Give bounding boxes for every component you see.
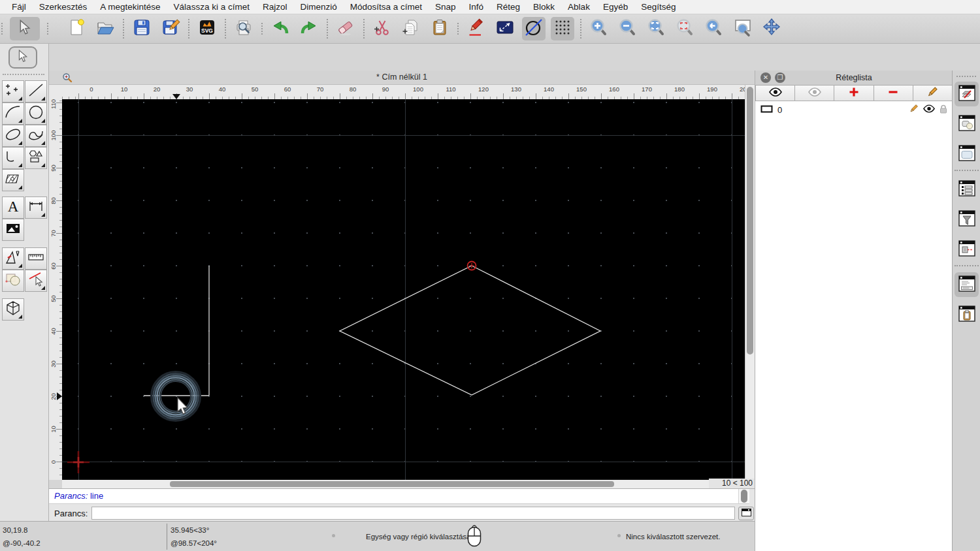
layer-edit-icon[interactable]	[909, 104, 919, 116]
menu-window[interactable]: Ablak	[561, 0, 596, 14]
canvas-vertical-scrollbar[interactable]	[745, 85, 755, 481]
menu-layer[interactable]: Réteg	[490, 0, 527, 14]
remove-layer-button[interactable]	[874, 85, 913, 101]
undo-button[interactable]	[269, 17, 292, 40]
delete-button[interactable]	[334, 17, 357, 40]
drawing-titlebar[interactable]: * Cím nélkül 1	[49, 71, 755, 85]
polyline-tool-button[interactable]	[2, 147, 24, 169]
canvas-horizontal-scrollbar[interactable]	[62, 480, 709, 488]
menu-info[interactable]: Infó	[463, 0, 491, 14]
measure-tool-button[interactable]	[25, 247, 47, 270]
eraser-icon	[336, 18, 355, 40]
new-button[interactable]	[65, 17, 88, 40]
zoom-window-button[interactable]	[731, 17, 755, 40]
dimension-tool-button[interactable]	[25, 197, 47, 219]
drawing-canvas[interactable]	[62, 99, 745, 480]
print-preview-icon	[234, 18, 253, 40]
snap-grid-button[interactable]	[551, 17, 574, 40]
line-tool-button[interactable]	[25, 80, 47, 102]
show-all-layers-button[interactable]	[755, 85, 794, 101]
redo-button[interactable]	[297, 17, 321, 40]
toggle-library-browser-button[interactable]	[955, 142, 979, 166]
select-arrow-button[interactable]	[10, 17, 40, 40]
layer-visibility-icon[interactable]	[923, 104, 935, 115]
snap-on-entity-button[interactable]	[522, 17, 546, 40]
points-tool-button[interactable]	[2, 80, 24, 102]
zoom-previous-button[interactable]	[674, 17, 697, 40]
layer-color-swatch[interactable]	[760, 105, 773, 115]
paste-button[interactable]	[428, 17, 451, 40]
menu-help[interactable]: Segítség	[634, 0, 682, 14]
hatch-tool-button[interactable]	[2, 169, 24, 191]
menu-select[interactable]: Válassza ki a címet	[167, 0, 256, 14]
menu-view[interactable]: A megtekintése	[93, 0, 167, 14]
command-input[interactable]	[91, 507, 735, 520]
edit-layer-button[interactable]	[913, 85, 953, 101]
hscroll-thumb[interactable]	[170, 481, 614, 487]
pan-button[interactable]	[760, 17, 783, 40]
palette-select-button[interactable]	[8, 46, 37, 69]
save-button[interactable]	[130, 17, 154, 40]
ruler-h-label: 130	[506, 86, 526, 93]
menu-misc[interactable]: Egyéb	[596, 0, 634, 14]
toggle-layer-list-button[interactable]	[955, 82, 979, 106]
zoom-in-icon	[589, 18, 609, 40]
block-tool-button[interactable]	[2, 298, 24, 321]
print-preview-button[interactable]	[232, 17, 255, 40]
zoom-back-button[interactable]	[702, 17, 726, 40]
polygon-tool-button[interactable]	[25, 147, 47, 169]
image-tool-button[interactable]	[2, 219, 24, 241]
right-mouse-hint: Nincs kiválasztott szervezet.	[626, 533, 720, 541]
toggle-entity-panel-button[interactable]	[955, 112, 979, 136]
select-arrow-icon	[18, 50, 28, 65]
restrict-ortho-button[interactable]	[493, 17, 517, 40]
menu-edit[interactable]: Szerkesztés	[33, 0, 94, 14]
minus-icon	[888, 87, 898, 100]
ellipse-tool-button[interactable]	[2, 125, 24, 147]
toggle-view-panel-button[interactable]	[955, 237, 979, 262]
layer-lock-icon[interactable]	[939, 104, 947, 116]
select-entities-tool-button[interactable]	[2, 270, 24, 292]
copy-icon	[401, 18, 421, 40]
zoom-in-button[interactable]	[587, 17, 611, 40]
layer-name: 0	[777, 105, 782, 115]
circle-tool-button[interactable]	[25, 102, 47, 125]
copy-button[interactable]	[399, 17, 423, 40]
toggle-filter-panel-button[interactable]	[955, 207, 979, 232]
text-tool-button[interactable]: A	[2, 197, 24, 219]
left-mouse-hint: Egység vagy régió kiválasztása	[366, 533, 470, 541]
menu-modify[interactable]: Módosítsa a címet	[344, 0, 429, 14]
ruler-v-label: 100	[49, 125, 57, 145]
toggle-clipboard-panel-button[interactable]	[955, 302, 979, 327]
toggle-block-list-button[interactable]	[955, 177, 979, 202]
vscroll-thumb[interactable]	[747, 87, 753, 354]
measure-icon	[27, 249, 44, 268]
menu-dimension[interactable]: Dimenzió	[293, 0, 343, 14]
svg-export-button[interactable]: SVG	[195, 17, 219, 40]
menu-draw[interactable]: Rajzol	[256, 0, 294, 14]
command-keyboard-toggle-button[interactable]	[738, 507, 754, 520]
toggle-command-widget-button[interactable]	[955, 272, 979, 297]
menu-block[interactable]: Blokk	[527, 0, 561, 14]
open-button[interactable]	[93, 17, 117, 40]
menu-snap[interactable]: Snap	[429, 0, 463, 14]
save-as-button[interactable]	[159, 17, 182, 40]
menu-bar: Fájl Szerkesztés A megtekintése Válassza…	[0, 0, 980, 14]
hide-all-layers-button[interactable]	[794, 85, 834, 101]
block-icon	[5, 300, 22, 319]
zoom-out-button[interactable]	[616, 17, 640, 40]
zoom-auto-button[interactable]	[645, 17, 668, 40]
pen-attributes-button[interactable]	[465, 17, 488, 40]
spline-tool-button[interactable]	[25, 125, 47, 147]
modify-tool-button[interactable]	[2, 247, 24, 270]
command-history-scrollbar[interactable]	[738, 489, 749, 504]
toolbar-separator	[327, 19, 328, 39]
layer-row[interactable]: 0	[755, 102, 953, 117]
delete-tool-button[interactable]	[25, 270, 47, 292]
arc-tool-button[interactable]	[2, 102, 24, 125]
cut-button[interactable]	[370, 17, 394, 40]
plus-icon	[849, 87, 859, 100]
add-layer-button[interactable]	[834, 85, 873, 101]
command-history-scroll-thumb[interactable]	[741, 490, 747, 503]
menu-file[interactable]: Fájl	[5, 0, 33, 14]
